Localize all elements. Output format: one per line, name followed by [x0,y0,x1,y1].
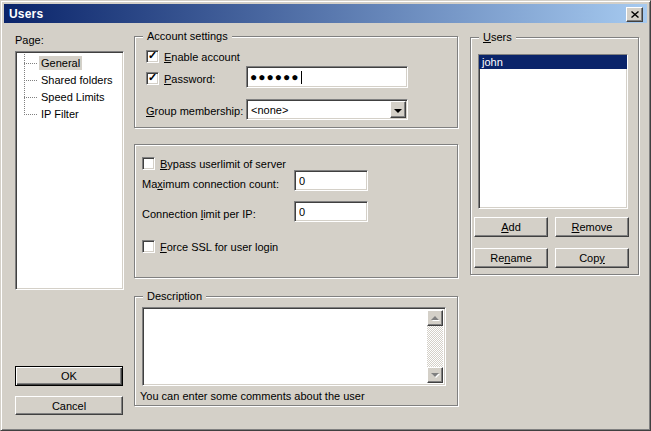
ok-button[interactable]: OK [15,366,123,386]
close-icon [631,11,639,18]
text-caret [301,71,302,84]
enable-account-label[interactable]: Enable account [164,51,240,64]
remove-button[interactable]: Remove [555,217,629,237]
rename-button[interactable]: Rename [474,248,548,268]
description-textarea[interactable] [142,307,446,386]
bypass-userlimit-label[interactable]: Bypass userlimit of server [160,158,286,171]
description-text[interactable] [145,310,427,383]
tree-item-label[interactable]: General [39,56,82,70]
arrow-up-icon [431,316,439,320]
enable-account-checkbox[interactable] [146,50,159,63]
combobox-dropdown-button[interactable] [390,101,406,118]
force-ssl-checkbox[interactable] [142,240,155,253]
account-settings-caption: Account settings [143,30,232,43]
close-button[interactable] [626,7,643,22]
scrollbar-track[interactable] [427,326,443,367]
page-label: Page: [15,34,44,47]
password-input[interactable]: ●●●●●● [246,66,408,88]
window-title: Users [9,7,43,21]
user-name[interactable]: john [482,56,503,68]
user-list-item[interactable]: john [479,55,627,69]
add-button[interactable]: Add [474,217,548,237]
password-label[interactable]: Password: [164,73,215,86]
arrow-down-icon [431,373,439,377]
tree-item-label[interactable]: Shared folders [39,73,115,87]
group-membership-combobox[interactable]: <none> [246,99,408,120]
users-dialog: Users Page: General Shared folders Speed… [0,0,651,431]
tree-item-ip-filter[interactable]: IP Filter [16,106,123,123]
users-caption: Users [479,31,516,44]
description-hint: You can enter some comments about the us… [140,390,365,403]
titlebar[interactable]: Users [4,4,647,23]
description-scrollbar[interactable] [427,310,443,383]
max-connection-input[interactable] [294,170,368,191]
chevron-down-icon [394,109,402,113]
page-tree[interactable]: General Shared folders Speed Limits IP F… [15,51,124,290]
tree-item-label[interactable]: Speed Limits [39,90,107,104]
users-listbox[interactable]: john [478,54,628,209]
password-masked-value: ●●●●●● [250,71,300,83]
scroll-up-button[interactable] [427,310,443,326]
group-membership-label[interactable]: Group membership: [146,105,243,118]
force-ssl-label[interactable]: Force SSL for user login [160,241,278,254]
cancel-button[interactable]: Cancel [15,396,123,415]
password-checkbox[interactable] [146,72,159,85]
max-connection-label: Maximum connection count: [142,178,279,191]
scroll-down-button[interactable] [427,367,443,383]
copy-button[interactable]: Copy [555,248,629,268]
bypass-userlimit-checkbox[interactable] [142,157,155,170]
tree-item-general[interactable]: General [16,55,123,72]
tree-item-shared-folders[interactable]: Shared folders [16,72,123,89]
description-caption: Description [143,290,206,303]
tree-item-speed-limits[interactable]: Speed Limits [16,89,123,106]
connection-per-ip-input[interactable] [294,201,368,222]
connection-per-ip-label: Connection limit per IP: [142,208,256,221]
tree-item-label[interactable]: IP Filter [39,107,81,121]
combobox-value: <none> [247,104,390,116]
